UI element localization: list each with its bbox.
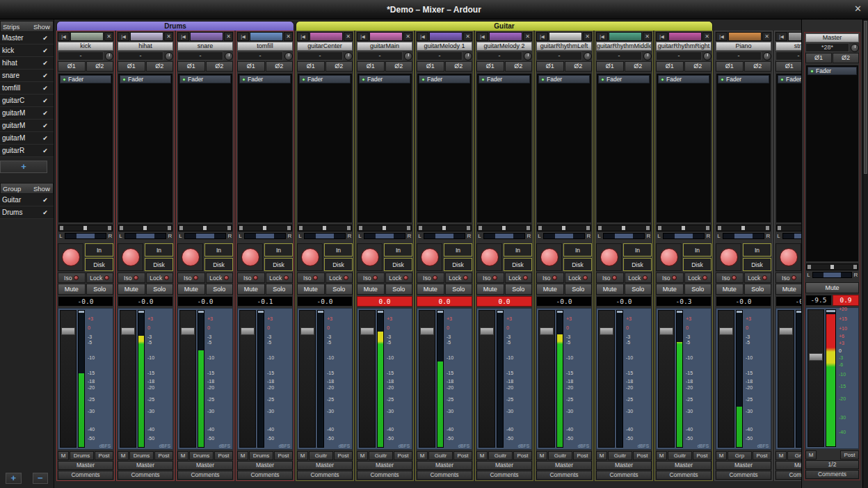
pan-handle-right[interactable] — [527, 226, 530, 230]
solo-button[interactable]: Solo — [505, 284, 533, 295]
fader-handle[interactable] — [659, 327, 673, 335]
hide-strip-button[interactable]: ✕ — [643, 32, 652, 41]
gain-fader[interactable] — [538, 310, 555, 448]
strip-name-button[interactable]: guitarMelody 2 — [476, 42, 532, 51]
processor-box[interactable]: Fader — [536, 73, 592, 223]
group-button[interactable]: Grp — [787, 451, 801, 460]
add-strip-button[interactable]: + — [0, 161, 47, 173]
fader-handle[interactable] — [540, 327, 554, 335]
solo-isolate-button[interactable]: Iso — [716, 273, 744, 283]
comments-button[interactable]: Comments — [58, 471, 113, 480]
output-button[interactable]: Master — [357, 461, 412, 470]
vertical-scrollbar[interactable] — [862, 19, 868, 488]
polarity-1-button[interactable]: Ø1 — [656, 61, 684, 72]
solo-button[interactable]: Solo — [206, 284, 234, 295]
master-output-button[interactable]: 1/2 — [805, 460, 859, 469]
solo-isolate-button[interactable]: Iso — [297, 273, 325, 283]
gain-display[interactable]: -0.0 — [118, 296, 173, 307]
level-meter[interactable] — [198, 310, 204, 448]
panner[interactable]: L R — [177, 225, 233, 242]
fader-handle[interactable] — [420, 327, 434, 335]
polarity-2-button[interactable]: Ø2 — [565, 61, 593, 72]
hide-strip-button[interactable]: ✕ — [403, 32, 412, 41]
window-close-button[interactable]: ✕ — [854, 4, 862, 13]
strip-width-button[interactable]: |◀ — [716, 32, 728, 41]
track-color-bar[interactable] — [549, 32, 582, 41]
level-meter[interactable] — [257, 310, 264, 448]
pan-handle-left[interactable] — [718, 226, 721, 230]
trim-knob[interactable] — [404, 52, 412, 60]
fader-processor[interactable]: Fader — [60, 75, 111, 83]
strip-name-button[interactable]: guitarCenter — [297, 42, 353, 51]
fader-position-button[interactable]: Post — [394, 451, 412, 460]
show-checkbox[interactable]: ✔ — [37, 122, 54, 129]
polarity-2-button[interactable]: Ø2 — [445, 61, 473, 72]
comments-button[interactable]: Comments — [177, 471, 233, 480]
fader-position-button[interactable]: Post — [214, 451, 233, 460]
master-gain-display[interactable]: -9.5 — [805, 295, 832, 306]
show-checkbox[interactable]: ✔ — [37, 110, 54, 117]
pan-handle-left[interactable] — [538, 226, 542, 230]
solo-isolate-button[interactable]: Iso — [237, 273, 265, 283]
strip-list-item[interactable]: snare✔ — [0, 70, 54, 82]
trim-knob[interactable] — [344, 52, 353, 60]
group-button[interactable]: Drums — [70, 451, 94, 460]
processor-box[interactable]: Fader — [775, 73, 801, 223]
polarity-2-button[interactable]: Ø2 — [146, 61, 174, 72]
processor-box[interactable]: Fader — [237, 73, 293, 223]
pan-handle-right[interactable] — [706, 226, 709, 230]
solo-lock-button[interactable]: Lock — [86, 273, 114, 283]
fader-handle[interactable] — [809, 353, 823, 361]
polarity-2-button[interactable]: Ø2 — [744, 61, 772, 72]
show-checkbox[interactable]: ✔ — [37, 85, 54, 92]
polarity-1-button[interactable]: Ø1 — [536, 61, 564, 72]
comments-button[interactable]: Comments — [476, 471, 532, 480]
strip-width-button[interactable]: |◀ — [775, 32, 787, 41]
fader-processor[interactable]: Fader — [359, 75, 410, 83]
strip-name-button[interactable]: hihat — [118, 42, 173, 51]
group-button[interactable]: Drums — [189, 451, 214, 460]
level-meter[interactable] — [616, 310, 623, 448]
polarity-1-button[interactable]: Ø1 — [716, 61, 744, 72]
pan-width-region[interactable] — [196, 234, 214, 238]
pan-handle-center[interactable] — [263, 226, 266, 230]
processor-box[interactable]: Fader — [596, 73, 652, 223]
input-button[interactable]: - — [237, 51, 283, 60]
level-meter[interactable] — [736, 310, 743, 448]
gain-fader[interactable] — [778, 310, 794, 448]
record-enable-button[interactable] — [421, 248, 439, 266]
meter-point-button[interactable]: M — [775, 451, 787, 460]
mute-button[interactable]: Mute — [58, 284, 86, 295]
pan-handle-right[interactable] — [227, 226, 231, 230]
monitor-disk-button[interactable]: Disk — [563, 258, 592, 271]
fader-handle[interactable] — [121, 327, 135, 335]
monitor-disk-button[interactable]: Disk — [623, 258, 652, 271]
fader-handle[interactable] — [779, 327, 793, 335]
solo-isolate-button[interactable]: Iso — [596, 273, 624, 283]
strip-name-button[interactable]: guitarMain — [357, 42, 412, 51]
fader-handle[interactable] — [181, 327, 195, 335]
pan-width-region[interactable] — [376, 234, 394, 238]
fader-processor[interactable]: Fader — [778, 75, 801, 83]
group-button[interactable]: Guitr — [369, 451, 393, 460]
hide-strip-button[interactable]: ✕ — [224, 32, 233, 41]
pan-width-track[interactable] — [304, 233, 346, 239]
track-color-bar[interactable] — [190, 32, 223, 41]
pan-width-region[interactable] — [675, 234, 693, 238]
solo-lock-button[interactable]: Lock — [744, 273, 772, 283]
pan-position-track[interactable] — [357, 225, 412, 231]
processor-active-led[interactable] — [362, 78, 365, 81]
solo-lock-button[interactable]: Lock — [445, 273, 473, 283]
track-color-bar[interactable] — [130, 32, 163, 41]
fader-handle[interactable] — [61, 327, 75, 335]
solo-lock-button[interactable]: Lock — [505, 273, 533, 283]
scrollbar-thumb[interactable] — [864, 21, 867, 174]
fader-position-button[interactable]: Post — [840, 450, 859, 459]
gain-display[interactable]: 0.0 — [357, 296, 412, 307]
master-input-button[interactable]: *28* — [805, 43, 849, 52]
monitor-disk-button[interactable]: Disk — [145, 258, 173, 271]
pan-handle-right[interactable] — [467, 226, 470, 230]
solo-lock-button[interactable]: Lock — [266, 273, 294, 283]
processor-box[interactable]: Fader — [805, 65, 859, 262]
trim-knob[interactable] — [225, 52, 233, 60]
